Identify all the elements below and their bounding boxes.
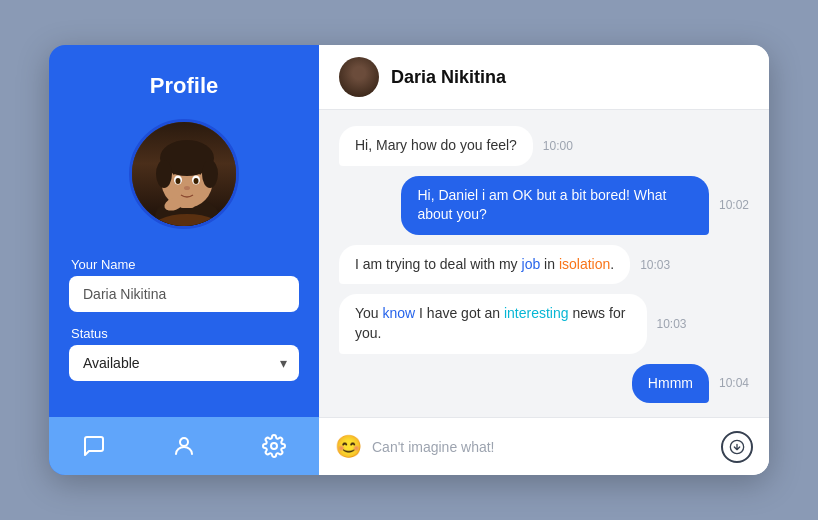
send-button[interactable]	[721, 431, 753, 463]
message-bubble: You know I have got an interesting news …	[339, 294, 647, 353]
chat-nav-icon[interactable]	[82, 434, 106, 458]
status-label: Status	[69, 326, 299, 341]
chat-contact-avatar	[339, 57, 379, 97]
left-panel: Profile	[49, 45, 319, 475]
status-field-group: Status Available Busy Away Offline ▾	[69, 326, 299, 381]
message-time: 10:00	[543, 139, 573, 153]
emoji-button[interactable]: 😊	[335, 434, 362, 460]
message-bubble: Hi, Daniel i am OK but a bit bored! What…	[401, 176, 709, 235]
message-row: I am trying to deal with my job in isola…	[339, 245, 749, 285]
messages-area: Hi, Mary how do you feel? 10:00 Hi, Dani…	[319, 110, 769, 417]
avatar	[129, 119, 239, 229]
avatar-image	[132, 122, 236, 226]
message-row: Hmmm 10:04	[339, 364, 749, 404]
settings-nav-icon[interactable]	[262, 434, 286, 458]
msg-text-highlight: isolation	[559, 256, 610, 272]
name-field-group: Your Name	[69, 257, 299, 312]
chat-input-bar: 😊	[319, 417, 769, 475]
msg-text: in	[540, 256, 559, 272]
msg-text: .	[610, 256, 614, 272]
svg-point-11	[184, 186, 190, 190]
profile-section: Profile	[49, 45, 319, 417]
svg-point-9	[176, 178, 181, 184]
chat-header: Daria Nikitina	[319, 45, 769, 110]
name-input[interactable]	[69, 276, 299, 312]
message-bubble: Hmmm	[632, 364, 709, 404]
status-select-wrapper: Available Busy Away Offline ▾	[69, 345, 299, 381]
msg-text-highlight: interesting	[504, 305, 569, 321]
bottom-nav	[49, 417, 319, 475]
msg-text: I am trying to deal with my	[355, 256, 522, 272]
status-select[interactable]: Available Busy Away Offline	[69, 345, 299, 381]
profile-title: Profile	[150, 73, 218, 99]
svg-point-5	[156, 160, 172, 188]
msg-text: You	[355, 305, 383, 321]
svg-point-6	[202, 160, 218, 188]
message-row: Hi, Mary how do you feel? 10:00	[339, 126, 749, 166]
message-bubble: Hi, Mary how do you feel?	[339, 126, 533, 166]
svg-point-14	[271, 443, 277, 449]
message-row: Hi, Daniel i am OK but a bit bored! What…	[339, 176, 749, 235]
app-container: Profile	[49, 45, 769, 475]
svg-point-13	[180, 438, 188, 446]
svg-point-10	[194, 178, 199, 184]
name-label: Your Name	[69, 257, 299, 272]
message-row: You know I have got an interesting news …	[339, 294, 749, 353]
message-time: 10:03	[640, 258, 670, 272]
chat-contact-name: Daria Nikitina	[391, 67, 506, 88]
msg-text-highlight: know	[383, 305, 416, 321]
msg-text: I have got an	[415, 305, 504, 321]
message-time: 10:02	[719, 198, 749, 212]
message-time: 10:03	[657, 317, 687, 331]
message-input[interactable]	[372, 439, 711, 455]
message-time: 10:04	[719, 376, 749, 390]
right-panel: Daria Nikitina Hi, Mary how do you feel?…	[319, 45, 769, 475]
msg-text-highlight: job	[522, 256, 541, 272]
user-nav-icon[interactable]	[172, 434, 196, 458]
message-bubble: I am trying to deal with my job in isola…	[339, 245, 630, 285]
